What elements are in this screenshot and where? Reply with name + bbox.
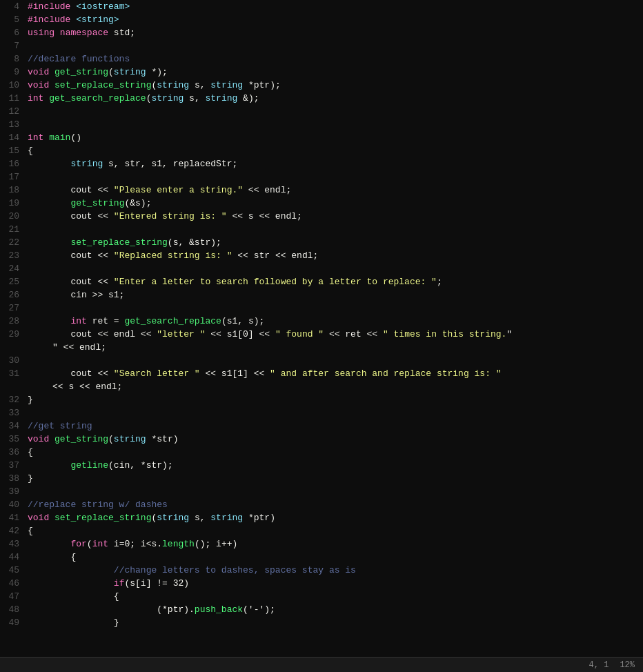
table-row: 25 cout << "Enter a letter to search fol… [0, 275, 643, 288]
line-number: 46 [0, 577, 25, 590]
line-number: 38 [0, 472, 25, 485]
line-number: 39 [0, 485, 25, 498]
table-row: 34//get string [0, 419, 643, 433]
line-content: set_replace_string(s, &str); [25, 236, 643, 249]
table-row: 45 //change letters to dashes, spaces st… [0, 564, 643, 577]
table-row: 10void set_replace_string(string s, stri… [0, 79, 643, 92]
line-content [25, 485, 643, 498]
line-number: 29 [0, 328, 25, 341]
table-row: 15{ [0, 144, 643, 157]
line-number: 9 [0, 66, 25, 79]
line-content [25, 105, 643, 118]
line-content: { [25, 551, 643, 564]
table-row: 24 [0, 262, 643, 275]
line-content: #include <iostream> [25, 0, 643, 13]
table-row: 9void get_string(string *); [0, 66, 643, 79]
table-row: 40//replace string w/ dashes [0, 498, 643, 511]
table-row: 41void set_replace_string(string s, stri… [0, 511, 643, 524]
table-row: 37 getline(cin, *str); [0, 459, 643, 472]
line-content: //get string [25, 419, 643, 433]
zoom-level: 12% [620, 660, 635, 670]
line-content: { [25, 144, 643, 157]
line-number: 11 [0, 92, 25, 105]
line-number: 47 [0, 590, 25, 603]
line-number: 12 [0, 105, 25, 118]
table-row: 6using namespace std; [0, 26, 643, 39]
line-content [25, 354, 643, 367]
line-content: void set_replace_string(string s, string… [25, 511, 643, 524]
table-row: 12 [0, 105, 643, 118]
line-content: cin >> s1; [25, 288, 643, 302]
line-content: int get_search_replace(string s, string … [25, 92, 643, 105]
table-row: 11int get_search_replace(string s, strin… [0, 92, 643, 105]
line-number: 45 [0, 564, 25, 577]
line-number: 18 [0, 184, 25, 197]
table-row: 5#include <string> [0, 13, 643, 26]
line-number: 13 [0, 118, 25, 131]
line-number: 27 [0, 302, 25, 315]
line-content: cout << "Replaced string is: " << str <<… [25, 249, 643, 262]
table-row: 42{ [0, 524, 643, 537]
line-number: 22 [0, 236, 25, 249]
line-content: } [25, 393, 643, 406]
line-content: #include <string> [25, 13, 643, 26]
table-row: 43 for(int i=0; i<s.length(); i++) [0, 537, 643, 551]
line-content: << s << endl; [25, 380, 643, 393]
line-number: 24 [0, 262, 25, 275]
line-number: 19 [0, 197, 25, 210]
table-row: 28 int ret = get_search_replace(s1, s); [0, 315, 643, 328]
line-number: 32 [0, 393, 25, 406]
line-number: 8 [0, 52, 25, 66]
table-row: 35void get_string(string *str) [0, 433, 643, 446]
line-content [25, 302, 643, 315]
table-row: 47 { [0, 590, 643, 603]
code-area: 4#include <iostream>5#include <string>6u… [0, 0, 643, 657]
code-lines: 4#include <iostream>5#include <string>6u… [0, 0, 643, 657]
line-content: int ret = get_search_replace(s1, s); [25, 315, 643, 328]
line-number: 17 [0, 170, 25, 184]
line-content: //change letters to dashes, spaces stay … [25, 564, 643, 577]
table-row: 18 cout << "Please enter a string." << e… [0, 184, 643, 197]
line-content: void get_string(string *str) [25, 433, 643, 446]
line-content [25, 262, 643, 275]
line-number: 16 [0, 157, 25, 170]
line-content: cout << "Search letter " << s1[1] << " a… [25, 367, 643, 380]
line-content: for(int i=0; i<s.length(); i++) [25, 537, 643, 551]
editor-container: 4#include <iostream>5#include <string>6u… [0, 0, 643, 672]
line-content: if(s[i] != 32) [25, 577, 643, 590]
line-number: 44 [0, 551, 25, 564]
line-content: { [25, 524, 643, 537]
line-number: 28 [0, 315, 25, 328]
table-row: 39 [0, 485, 643, 498]
line-number: 15 [0, 144, 25, 157]
table-row: 22 set_replace_string(s, &str); [0, 236, 643, 249]
table-row: 13 [0, 118, 643, 131]
line-number: 10 [0, 79, 25, 92]
line-number: 48 [0, 603, 25, 616]
line-number: 4 [0, 0, 25, 13]
table-row: << s << endl; [0, 380, 643, 393]
table-row: 7 [0, 39, 643, 52]
table-row: 21 [0, 223, 643, 236]
line-number: 42 [0, 524, 25, 537]
line-content: (*ptr).push_back('-'); [25, 603, 643, 616]
line-content [25, 118, 643, 131]
line-content: cout << "Enter a letter to search follow… [25, 275, 643, 288]
line-content: getline(cin, *str); [25, 459, 643, 472]
line-number: 14 [0, 131, 25, 144]
table-row: 23 cout << "Replaced string is: " << str… [0, 249, 643, 262]
line-content: void get_string(string *); [25, 66, 643, 79]
line-number: 21 [0, 223, 25, 236]
table-row: 8//declare functions [0, 52, 643, 66]
table-row: 14int main() [0, 131, 643, 144]
line-number: 25 [0, 275, 25, 288]
line-content [25, 223, 643, 236]
line-number: 7 [0, 39, 25, 52]
line-number: 34 [0, 419, 25, 433]
line-content: get_string(&s); [25, 197, 643, 210]
line-number: 23 [0, 249, 25, 262]
line-number: 20 [0, 210, 25, 223]
line-number: 49 [0, 616, 25, 629]
table-row: 44 { [0, 551, 643, 564]
line-number: 33 [0, 406, 25, 419]
